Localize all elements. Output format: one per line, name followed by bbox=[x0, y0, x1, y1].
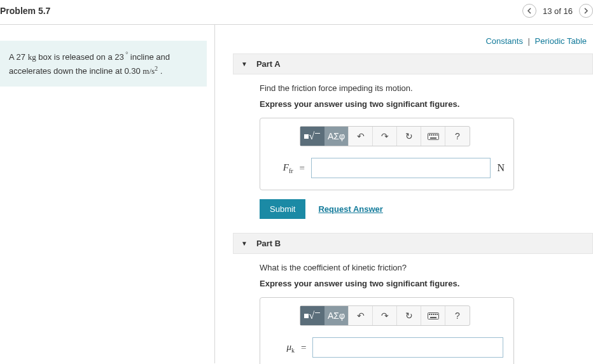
caret-down-icon: ▼ bbox=[241, 240, 248, 247]
caret-down-icon: ▼ bbox=[241, 60, 248, 67]
variable-label: μk bbox=[269, 342, 295, 354]
keyboard-button[interactable] bbox=[421, 306, 445, 325]
answer-box-a: √ ΑΣφ ↶ ↷ ↻ ? Ffr = N bbox=[260, 118, 514, 190]
given-text: . bbox=[158, 66, 162, 76]
help-button[interactable]: ? bbox=[445, 127, 470, 146]
separator: | bbox=[528, 36, 530, 46]
equation-toolbar: √ ΑΣφ ↶ ↷ ↻ ? bbox=[300, 305, 470, 326]
svg-rect-5 bbox=[436, 134, 438, 136]
part-a-instruction: Express your answer using two significan… bbox=[260, 99, 593, 109]
prev-button[interactable] bbox=[522, 4, 536, 18]
svg-rect-3 bbox=[433, 134, 434, 136]
chevron-left-icon bbox=[527, 8, 532, 14]
svg-rect-4 bbox=[435, 134, 436, 136]
reset-button[interactable]: ↻ bbox=[397, 127, 421, 146]
equals-sign: = bbox=[300, 163, 305, 174]
part-b-instruction: Express your answer using two significan… bbox=[260, 279, 593, 288]
part-a-question: Find the friction force impeding its mot… bbox=[260, 83, 593, 93]
submit-button[interactable]: Submit bbox=[260, 199, 305, 219]
answer-input-b[interactable] bbox=[312, 337, 503, 358]
reference-links: Constants | Periodic Table bbox=[233, 36, 593, 46]
part-b-question: What is the coefficient of kinetic frict… bbox=[260, 263, 593, 272]
part-b-header[interactable]: ▼ Part B bbox=[233, 233, 593, 254]
greek-button[interactable]: ΑΣφ bbox=[324, 306, 349, 325]
equation-toolbar: √ ΑΣφ ↶ ↷ ↻ ? bbox=[300, 126, 470, 146]
part-b-label: Part B bbox=[256, 239, 281, 248]
template-button[interactable]: √ bbox=[300, 127, 324, 146]
reset-button[interactable]: ↻ bbox=[397, 306, 421, 325]
equals-sign: = bbox=[301, 342, 306, 353]
undo-button[interactable]: ↶ bbox=[349, 306, 373, 325]
unit-ms: m/s bbox=[143, 66, 155, 76]
svg-rect-8 bbox=[429, 314, 430, 315]
svg-rect-13 bbox=[430, 317, 436, 318]
given-text: box is released on a 23 bbox=[36, 52, 124, 62]
part-a-header[interactable]: ▼ Part A bbox=[233, 53, 593, 74]
answer-input-a[interactable] bbox=[311, 158, 491, 178]
undo-button[interactable]: ↶ bbox=[349, 127, 373, 146]
unit-kg: kg bbox=[28, 52, 36, 62]
redo-button[interactable]: ↷ bbox=[373, 306, 397, 325]
redo-button[interactable]: ↷ bbox=[373, 127, 397, 146]
next-button[interactable] bbox=[579, 4, 593, 18]
help-button[interactable]: ? bbox=[445, 306, 470, 325]
svg-rect-10 bbox=[433, 314, 434, 315]
svg-rect-2 bbox=[431, 134, 432, 136]
request-answer-link[interactable]: Request Answer bbox=[318, 204, 382, 214]
keyboard-icon bbox=[428, 312, 439, 319]
variable-label: Ffr bbox=[269, 162, 293, 174]
chevron-right-icon bbox=[583, 8, 589, 14]
page-title: Problem 5.7 bbox=[0, 6, 50, 16]
sqrt-template-icon: √ bbox=[304, 310, 321, 321]
keyboard-icon bbox=[428, 133, 439, 140]
given-text: A 27 bbox=[9, 52, 28, 62]
svg-rect-9 bbox=[431, 314, 432, 315]
part-a-label: Part A bbox=[256, 59, 281, 69]
sqrt-template-icon: √ bbox=[304, 130, 321, 142]
answer-box-b: √ ΑΣφ ↶ ↷ ↻ ? μk = bbox=[260, 297, 514, 364]
problem-given: A 27 kg box is released on a 23 ° inclin… bbox=[0, 41, 207, 87]
constants-link[interactable]: Constants bbox=[485, 36, 523, 46]
svg-rect-1 bbox=[429, 134, 430, 136]
periodic-table-link[interactable]: Periodic Table bbox=[535, 36, 587, 46]
unit-label: N bbox=[497, 162, 505, 174]
nav-area: 13 of 16 bbox=[522, 4, 593, 18]
svg-rect-11 bbox=[435, 314, 436, 315]
svg-rect-6 bbox=[430, 137, 436, 139]
position-label: 13 of 16 bbox=[543, 6, 573, 16]
template-button[interactable]: √ bbox=[300, 306, 324, 325]
greek-button[interactable]: ΑΣφ bbox=[324, 127, 349, 146]
keyboard-button[interactable] bbox=[421, 127, 445, 146]
svg-rect-12 bbox=[436, 314, 438, 315]
